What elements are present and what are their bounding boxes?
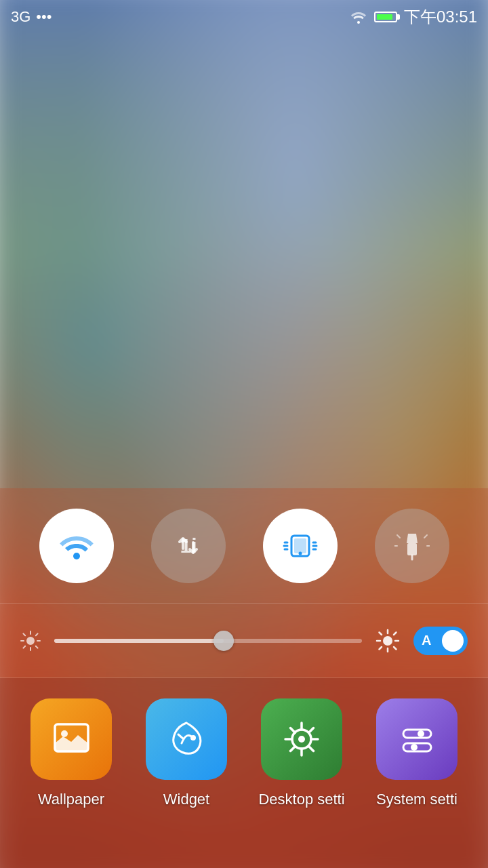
svg-point-37 — [61, 730, 68, 737]
system-app-label: System setti — [376, 791, 458, 808]
svg-line-26 — [36, 633, 38, 635]
svg-line-14 — [397, 535, 400, 538]
brightness-thumb[interactable] — [214, 631, 234, 651]
time-display: 下午03:51 — [404, 6, 477, 28]
svg-rect-41 — [403, 730, 431, 738]
svg-point-18 — [26, 637, 35, 645]
battery-fill — [377, 14, 392, 20]
desktop-app-item[interactable]: Desktop setti — [251, 698, 352, 808]
svg-point-40 — [298, 736, 305, 743]
widget-app-label: Widget — [163, 791, 209, 808]
bottom-panel: 1i — [0, 488, 488, 868]
desktop-app-icon — [261, 698, 342, 780]
svg-point-42 — [418, 730, 424, 737]
svg-line-15 — [424, 535, 427, 538]
wallpaper-app-item[interactable]: Wallpaper — [20, 698, 122, 808]
auto-brightness-knob — [442, 630, 464, 652]
wallpaper-app-label: Wallpaper — [38, 791, 104, 808]
svg-line-25 — [23, 646, 25, 648]
widget-app-item[interactable]: Widget — [136, 698, 237, 808]
brightness-min-icon — [20, 631, 41, 651]
svg-point-38 — [190, 735, 196, 741]
wifi-toggle-button[interactable] — [39, 509, 114, 583]
battery-icon — [374, 12, 397, 22]
system-app-icon — [376, 698, 458, 780]
flashlight-toggle-button[interactable] — [375, 509, 449, 583]
signal-dots: ••• — [36, 8, 52, 26]
svg-rect-3 — [294, 538, 306, 553]
widget-app-icon — [146, 698, 227, 780]
battery-body — [374, 12, 397, 22]
svg-point-44 — [411, 744, 418, 751]
svg-point-27 — [383, 636, 392, 646]
brightness-fill — [54, 639, 224, 643]
system-app-item[interactable]: System setti — [366, 698, 468, 808]
status-bar: 3G ••• 下午03:51 — [0, 0, 488, 34]
svg-line-33 — [394, 647, 396, 650]
wifi-status-icon — [350, 10, 367, 24]
status-left: 3G ••• — [11, 8, 52, 26]
svg-marker-11 — [407, 534, 418, 543]
wallpaper-app-icon — [30, 698, 112, 780]
svg-line-23 — [23, 633, 25, 635]
signal-label: 3G — [11, 8, 30, 26]
svg-line-35 — [394, 632, 396, 635]
svg-point-0 — [73, 553, 80, 559]
svg-line-24 — [36, 646, 38, 648]
svg-point-10 — [298, 551, 302, 555]
desktop-app-label: Desktop setti — [258, 791, 344, 808]
svg-line-34 — [380, 647, 382, 650]
data-toggle-button[interactable]: 1i — [151, 509, 226, 583]
auto-brightness-toggle[interactable]: A — [413, 627, 468, 655]
brightness-max-icon — [375, 629, 400, 653]
status-right: 下午03:51 — [350, 6, 477, 28]
apps-section: Wallpaper Widget — [0, 678, 488, 868]
vibrate-toggle-button[interactable] — [263, 509, 338, 583]
brightness-section: A — [0, 604, 488, 678]
svg-line-32 — [380, 632, 382, 635]
svg-rect-12 — [407, 543, 417, 555]
auto-brightness-label: A — [422, 633, 431, 648]
brightness-slider[interactable] — [54, 639, 362, 643]
toggles-section: 1i — [0, 488, 488, 604]
